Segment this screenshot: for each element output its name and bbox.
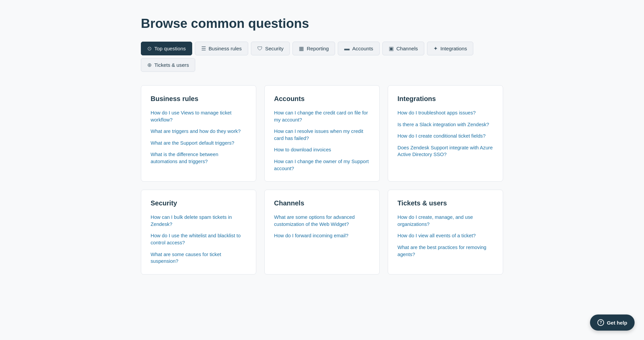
security-card-link-1[interactable]: How do I use the whitelist and blacklist… (151, 232, 247, 246)
accounts-card: AccountsHow can I change the credit card… (264, 85, 380, 182)
tickets-users-card-link-2[interactable]: What are the best practices for removing… (397, 244, 493, 258)
tab-tickets-users[interactable]: ⊕Tickets & users (141, 58, 195, 72)
channels-card-links: What are some options for advanced custo… (274, 214, 370, 239)
accounts-card-link-1[interactable]: How can I resolve issues when my credit … (274, 128, 370, 142)
tab-accounts[interactable]: ▬Accounts (338, 42, 379, 55)
help-icon: ? (597, 319, 604, 326)
security-card: SecurityHow can I bulk delete spam ticke… (141, 190, 256, 275)
accounts-card-link-0[interactable]: How can I change the credit card on file… (274, 109, 370, 123)
integrations-card-link-3[interactable]: Does Zendesk Support integrate with Azur… (397, 144, 493, 158)
channels-card-title: Channels (274, 199, 370, 207)
tab-reporting[interactable]: ▦Reporting (292, 42, 335, 55)
security-label: Security (265, 46, 284, 51)
integrations-label: Integrations (440, 46, 467, 51)
integrations-card-link-0[interactable]: How do I troubleshoot apps issues? (397, 109, 493, 116)
top-questions-icon: ⊙ (147, 45, 152, 52)
channels-label: Channels (396, 46, 418, 51)
tickets-users-card: Tickets & usersHow do I create, manage, … (388, 190, 503, 275)
tabs-container: ⊙Top questions☰Business rules🛡Security▦R… (141, 42, 503, 72)
get-help-button[interactable]: ? Get help (590, 314, 635, 331)
tickets-users-icon: ⊕ (147, 62, 152, 68)
business-rules-icon: ☰ (201, 45, 206, 52)
business-rules-card: Business rulesHow do I use Views to mana… (141, 85, 256, 182)
accounts-card-link-3[interactable]: How can I change the owner of my Support… (274, 158, 370, 172)
business-rules-card-link-0[interactable]: How do I use Views to manage ticket work… (151, 109, 247, 123)
reporting-label: Reporting (307, 46, 329, 51)
business-rules-label: Business rules (209, 46, 242, 51)
business-rules-card-links: How do I use Views to manage ticket work… (151, 109, 247, 165)
tickets-users-card-title: Tickets & users (397, 199, 493, 207)
channels-card: ChannelsWhat are some options for advanc… (264, 190, 380, 275)
accounts-label: Accounts (352, 46, 373, 51)
page-title: Browse common questions (141, 16, 503, 31)
business-rules-card-link-2[interactable]: What are the Support default triggers? (151, 140, 247, 147)
integrations-card: IntegrationsHow do I troubleshoot apps i… (388, 85, 503, 182)
security-card-link-2[interactable]: What are some causes for ticket suspensi… (151, 251, 247, 265)
tickets-users-card-link-1[interactable]: How do I view all events of a ticket? (397, 232, 493, 239)
integrations-card-link-1[interactable]: Is there a Slack integration with Zendes… (397, 121, 493, 128)
business-rules-card-link-3[interactable]: What is the difference between automatio… (151, 151, 247, 165)
security-icon: 🛡 (257, 46, 263, 52)
tab-business-rules[interactable]: ☰Business rules (195, 42, 248, 55)
tab-top-questions[interactable]: ⊙Top questions (141, 42, 192, 55)
reporting-icon: ▦ (299, 45, 304, 52)
accounts-icon: ▬ (344, 46, 350, 52)
cards-grid: Business rulesHow do I use Views to mana… (141, 85, 503, 275)
integrations-card-links: How do I troubleshoot apps issues?Is the… (397, 109, 493, 158)
security-card-link-0[interactable]: How can I bulk delete spam tickets in Ze… (151, 214, 247, 228)
accounts-card-title: Accounts (274, 95, 370, 103)
business-rules-card-link-1[interactable]: What are triggers and how do they work? (151, 128, 247, 135)
channels-card-link-0[interactable]: What are some options for advanced custo… (274, 214, 370, 228)
tickets-users-card-link-0[interactable]: How do I create, manage, and use organiz… (397, 214, 493, 228)
channels-card-link-1[interactable]: How do I forward incoming email? (274, 232, 370, 239)
security-card-title: Security (151, 199, 247, 207)
tickets-users-label: Tickets & users (154, 62, 189, 68)
integrations-card-title: Integrations (397, 95, 493, 103)
tab-channels[interactable]: ▣Channels (382, 42, 424, 55)
tab-integrations[interactable]: ✦Integrations (427, 42, 473, 55)
accounts-card-links: How can I change the credit card on file… (274, 109, 370, 172)
business-rules-card-title: Business rules (151, 95, 247, 103)
get-help-label: Get help (607, 320, 627, 326)
tab-security[interactable]: 🛡Security (251, 42, 290, 55)
integrations-card-link-2[interactable]: How do I create conditional ticket field… (397, 133, 493, 140)
security-card-links: How can I bulk delete spam tickets in Ze… (151, 214, 247, 265)
channels-icon: ▣ (389, 45, 394, 52)
top-questions-label: Top questions (154, 46, 186, 51)
integrations-icon: ✦ (433, 45, 438, 52)
accounts-card-link-2[interactable]: How to download invoices (274, 146, 370, 153)
tickets-users-card-links: How do I create, manage, and use organiz… (397, 214, 493, 258)
